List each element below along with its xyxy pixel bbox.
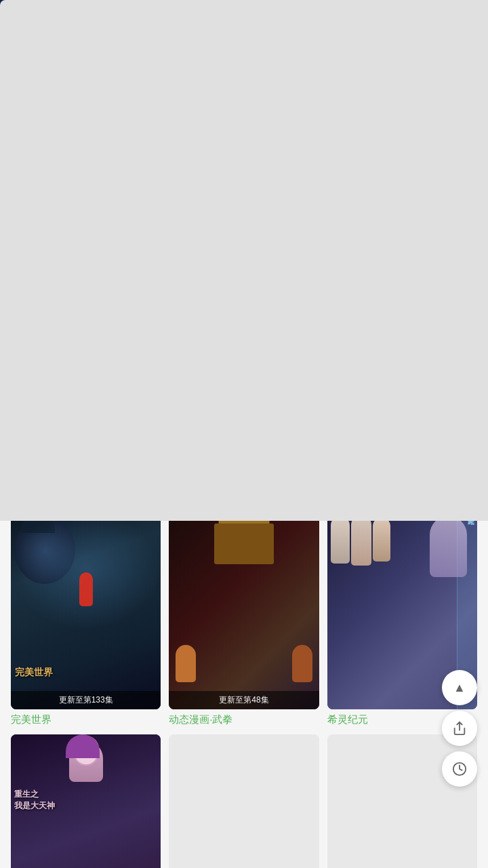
- card-episode-4: 更新至第133集: [11, 691, 161, 709]
- red-figure: [79, 572, 93, 606]
- content-grid: 👁‍🗨 灵剑尊 更新至第429集 灵剑尊 逆天至尊 更新至第243集 逆: [0, 273, 488, 868]
- aura-4: [11, 509, 161, 629]
- grid-row-2: 完美世界 更新至第133集 完美世界 更新至第48集 动态漫画·武拳: [11, 509, 477, 726]
- card-chongsheng[interactable]: 重生之我是大天神: [11, 734, 161, 868]
- pagoda-body: [214, 524, 274, 564]
- card-loading-8: [169, 734, 319, 868]
- fighter-1: [176, 645, 196, 682]
- grid-row-3: 重生之我是大天神: [11, 734, 477, 868]
- card-wanmei[interactable]: 完美世界 更新至第133集 完美世界: [11, 509, 161, 726]
- history-icon: [452, 762, 467, 776]
- girl-1: [331, 516, 350, 564]
- card-overlay-text-7: 重生之我是大天神: [14, 789, 55, 812]
- card-episode-5: 更新至第48集: [169, 691, 319, 709]
- card-overlay-text-4: 完美世界: [15, 667, 53, 679]
- card-thumb-4: 完美世界 更新至第133集: [11, 509, 161, 709]
- share-button[interactable]: [442, 711, 477, 746]
- card-thumb-7: 重生之我是大天神: [11, 734, 161, 868]
- card-wuquan[interactable]: 更新至第48集 动态漫画·武拳: [169, 509, 319, 726]
- girl-3: [373, 517, 390, 561]
- card-title-4: 完美世界: [11, 713, 161, 726]
- loading-img-area-9: [158, 0, 488, 521]
- card-title-5: 动态漫画·武拳: [169, 713, 319, 726]
- float-buttons: ▲: [442, 670, 477, 787]
- share-icon: [452, 721, 467, 736]
- card-thumb-5: 更新至第48集: [169, 509, 319, 709]
- main-girl: [430, 516, 467, 577]
- girl-2: [351, 515, 371, 566]
- scroll-top-button[interactable]: ▲: [442, 670, 477, 705]
- fighter-2: [292, 645, 312, 682]
- card-thumb-loading-8: [169, 734, 319, 868]
- history-button[interactable]: [442, 751, 477, 787]
